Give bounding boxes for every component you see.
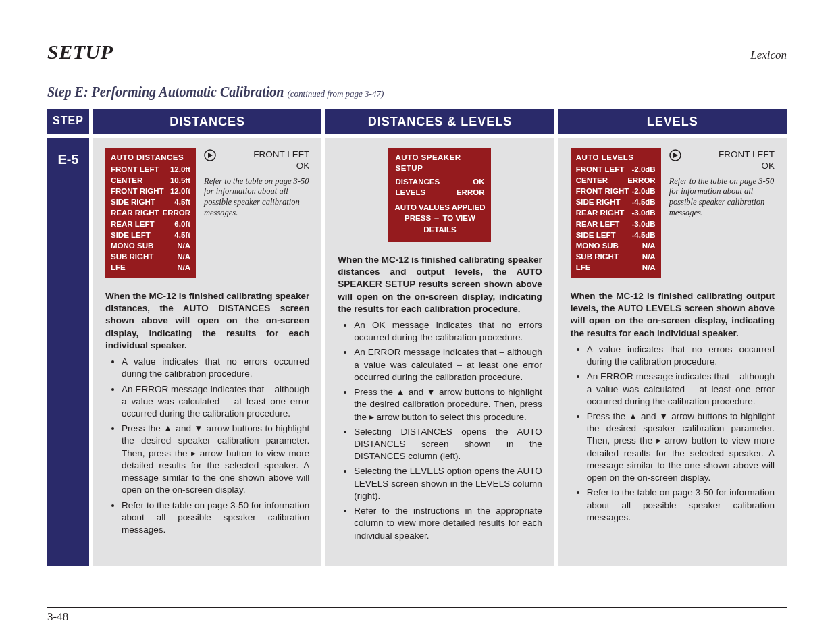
levels-bullets: A value indicates that no errors occurre…	[571, 344, 775, 524]
combo-lead: When the MC-12 is finished calibrating s…	[338, 254, 542, 315]
distances-levels-cell: AUTO SPEAKER SETUP DISTANCESOK LEVELSERR…	[325, 138, 554, 566]
svg-marker-1	[208, 153, 213, 158]
svg-marker-3	[673, 153, 678, 158]
auto-distances-panel: AUTO DISTANCES FRONT LEFT12.0ft CENTER10…	[105, 148, 196, 278]
col-head-distances-levels: DISTANCES & LEVELS	[325, 109, 554, 134]
subtitle-main: Step E: Performing Automatic Calibration	[47, 84, 284, 99]
panel-title: AUTO SPEAKER SETUP	[392, 152, 487, 175]
panel-msg-press: PRESS → TO VIEW	[392, 213, 487, 223]
levels-lead: When the MC-12 is finished calibrating o…	[571, 290, 775, 340]
page-number: 3-48	[47, 610, 68, 623]
list-item: Press the ▲ and ▼ arrow buttons to highl…	[354, 386, 542, 423]
subtitle-continued: (continued from page 3-47)	[287, 88, 384, 99]
levels-callout: FRONT LEFTOK Refer to the table on page …	[669, 148, 775, 218]
panel-msg-applied: AUTO VALUES APPLIED	[392, 202, 487, 213]
list-item: Press the ▲ and ▼ arrow buttons to highl…	[122, 423, 309, 496]
distances-lead: When the MC-12 is finished calibrating s…	[105, 290, 309, 352]
distances-callout: FRONT LEFTOK Refer to the table on page …	[204, 148, 309, 218]
auto-speaker-setup-panel: AUTO SPEAKER SETUP DISTANCESOK LEVELSERR…	[388, 148, 491, 242]
distances-bullets: A value indicates that no errors occurre…	[105, 356, 309, 536]
list-item: An ERROR message indicates that – althou…	[587, 371, 775, 408]
levels-cell: AUTO LEVELS FRONT LEFT-2.0dB CENTERERROR…	[558, 138, 787, 566]
calibration-table: STEP DISTANCES DISTANCES & LEVELS LEVELS…	[47, 109, 787, 587]
list-item: A value indicates that no errors occurre…	[587, 344, 775, 368]
step-id: E-5	[47, 138, 89, 566]
list-item: Selecting DISTANCES opens the AUTO DISTA…	[354, 426, 542, 463]
page: SETUP Lexicon Step E: Performing Automat…	[0, 0, 834, 644]
panel-title: AUTO DISTANCES	[111, 152, 190, 163]
play-forward-icon	[204, 149, 216, 161]
list-item: A value indicates that no errors occurre…	[122, 356, 309, 380]
col-head-distances: DISTANCES	[93, 109, 321, 134]
page-footer: 3-48	[47, 607, 787, 624]
section-title: SETUP	[47, 41, 113, 63]
page-header: SETUP Lexicon	[47, 41, 787, 65]
col-head-levels: LEVELS	[558, 109, 787, 134]
list-item: An OK message indicates that no errors o…	[354, 319, 542, 344]
list-item: An ERROR message indicates that – althou…	[122, 383, 309, 421]
arrow-right-icon: →	[433, 214, 440, 222]
panel-msg-details: DETAILS	[392, 224, 487, 235]
col-head-step: STEP	[47, 109, 89, 134]
list-item: Selecting the LEVELS option opens the AU…	[354, 465, 542, 502]
list-item: An ERROR message indicates that – althou…	[354, 346, 542, 383]
list-item: Refer to the table on page 3-50 for info…	[587, 487, 775, 524]
list-item: Refer to the table on page 3-50 for info…	[122, 500, 309, 537]
play-forward-icon	[669, 149, 681, 161]
subtitle: Step E: Performing Automatic Calibration…	[47, 84, 787, 100]
distances-cell: AUTO DISTANCES FRONT LEFT12.0ft CENTER10…	[93, 138, 321, 566]
auto-levels-panel: AUTO LEVELS FRONT LEFT-2.0dB CENTERERROR…	[571, 148, 661, 278]
list-item: Refer to the instructions in the appropr…	[354, 505, 542, 542]
list-item: Press the ▲ and ▼ arrow buttons to highl…	[587, 410, 775, 484]
brand-label: Lexicon	[750, 49, 787, 62]
panel-title: AUTO LEVELS	[576, 152, 656, 163]
combo-bullets: An OK message indicates that no errors o…	[338, 319, 542, 542]
